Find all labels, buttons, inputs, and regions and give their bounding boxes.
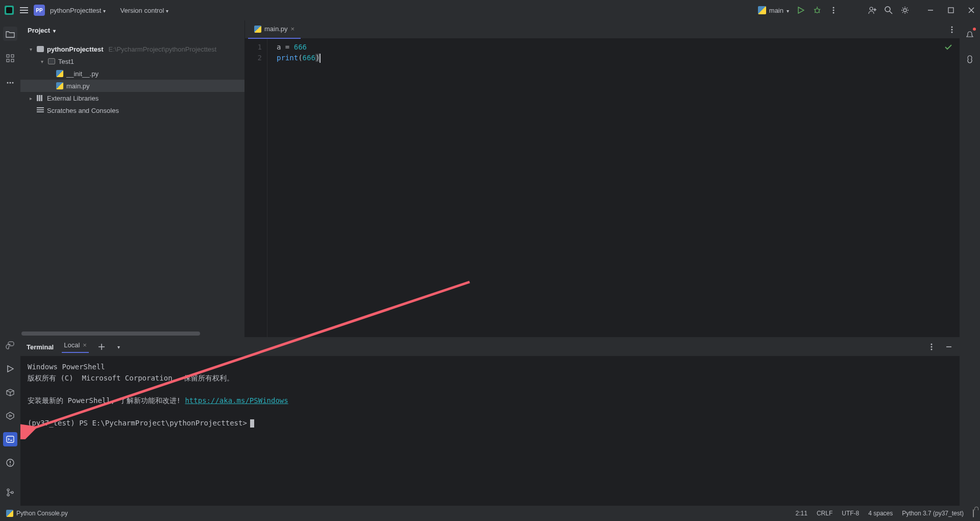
status-current-file[interactable]: Python Console.py <box>6 510 68 517</box>
editor-code[interactable]: a = 666 print(666) <box>267 39 960 337</box>
notifications-button[interactable] <box>963 28 977 42</box>
titlebar-left: PP pythonProjecttest Version control <box>4 5 168 16</box>
project-tree[interactable]: pythonProjecttest E:\PycharmProject\pyth… <box>20 40 244 330</box>
inspection-ok-icon[interactable] <box>944 43 952 51</box>
svg-point-12 <box>833 7 835 9</box>
tree-external-libs-row[interactable]: External Libraries <box>20 92 244 104</box>
terminal-prompt-line[interactable]: (py37_test) PS E:\PycharmProject\pythonP… <box>28 417 952 429</box>
lock-icon <box>973 509 974 517</box>
run-button[interactable] <box>796 6 805 15</box>
expand-toggle-icon[interactable] <box>28 96 34 101</box>
svg-marker-5 <box>798 7 804 13</box>
expand-toggle-icon[interactable] <box>39 59 45 64</box>
python-file-icon <box>254 26 261 33</box>
version-control-menu[interactable]: Version control <box>120 7 168 14</box>
tree-file-row-selected[interactable]: main.py <box>20 80 244 92</box>
folder-icon <box>37 45 44 53</box>
svg-line-9 <box>819 9 820 10</box>
search-icon[interactable] <box>884 6 893 15</box>
title-bar: PP pythonProjecttest Version control mai… <box>0 0 980 20</box>
chevron-down-icon <box>53 27 56 34</box>
svg-point-43 <box>951 29 953 30</box>
minimize-button[interactable] <box>926 6 935 15</box>
problems-tool-button[interactable] <box>3 456 17 470</box>
chevron-down-icon <box>166 7 168 14</box>
right-tool-ribbon <box>960 20 980 506</box>
terminal-tool-button[interactable] <box>3 432 17 446</box>
svg-line-11 <box>819 12 820 13</box>
status-line-separator[interactable]: CRLF <box>817 510 832 517</box>
editor-more-icon[interactable] <box>947 25 957 34</box>
svg-point-44 <box>951 31 953 33</box>
project-selector[interactable]: pythonProjecttest <box>50 7 106 14</box>
structure-tool-button[interactable] <box>3 51 17 65</box>
status-encoding[interactable]: UTF-8 <box>842 510 859 517</box>
svg-rect-22 <box>948 8 953 13</box>
editor-tabs: main.py × <box>245 20 960 39</box>
tree-external-libs-label: External Libraries <box>47 94 99 102</box>
svg-point-49 <box>931 349 933 350</box>
status-readonly-toggle[interactable] <box>973 510 974 517</box>
svg-point-18 <box>885 7 890 12</box>
directory-icon <box>48 58 55 65</box>
python-packages-button[interactable] <box>3 385 17 399</box>
status-file-label: Python Console.py <box>16 510 68 517</box>
tree-scratches-row[interactable]: Scratches and Consoles <box>20 104 244 116</box>
run-tool-button[interactable] <box>3 362 17 376</box>
more-actions-icon[interactable] <box>829 6 838 15</box>
run-configuration-selector[interactable]: main <box>758 6 789 14</box>
window-controls <box>926 6 976 15</box>
python-file-icon <box>6 510 13 517</box>
project-horiz-scrollbar[interactable] <box>20 330 244 337</box>
vcs-tool-button[interactable] <box>3 485 17 500</box>
debug-button[interactable] <box>813 6 822 15</box>
scrollbar-thumb[interactable] <box>21 331 200 336</box>
terminal-link[interactable]: https://aka.ms/PSWindows <box>185 396 288 405</box>
vcs-label: Version control <box>120 7 164 14</box>
svg-point-38 <box>10 464 11 465</box>
terminal-tab-local[interactable]: Local × <box>62 341 89 353</box>
services-tool-button[interactable] <box>3 409 17 423</box>
status-indent[interactable]: 4 spaces <box>868 510 893 517</box>
python-console-button[interactable] <box>3 338 17 352</box>
terminal-options-icon[interactable] <box>927 342 936 351</box>
tree-file-label: main.py <box>66 82 90 90</box>
new-terminal-button[interactable] <box>97 342 106 351</box>
terminal-tool-window: Terminal Local × Windows PowerShell 版权所有… <box>20 337 960 506</box>
tree-root-row[interactable]: pythonProjecttest E:\PycharmProject\pyth… <box>20 43 244 55</box>
editor-caret <box>320 54 321 63</box>
expand-toggle-icon[interactable] <box>28 46 34 52</box>
more-tools-button[interactable] <box>3 76 17 90</box>
code-line-2[interactable]: print(666) <box>277 53 960 63</box>
project-tool-button[interactable] <box>3 27 17 41</box>
editor-tab-label: main.py <box>264 25 288 33</box>
hide-terminal-button[interactable] <box>944 342 953 351</box>
editor-gutter: 1 2 <box>245 39 267 337</box>
settings-icon[interactable] <box>900 6 910 15</box>
editor-tab-main[interactable]: main.py × <box>248 20 301 39</box>
maximize-button[interactable] <box>946 6 955 15</box>
tree-file-label: __init__.py <box>66 70 99 78</box>
tree-file-row[interactable]: __init__.py <box>20 67 244 80</box>
status-interpreter[interactable]: Python 3.7 (py37_test) <box>902 510 964 517</box>
close-tab-icon[interactable]: × <box>83 341 87 349</box>
tree-folder-row[interactable]: Test1 <box>20 55 244 67</box>
close-tab-icon[interactable]: × <box>291 25 295 33</box>
svg-rect-27 <box>7 59 9 62</box>
svg-point-13 <box>833 10 835 11</box>
svg-rect-1 <box>6 7 12 13</box>
terminal-dropdown-icon[interactable] <box>114 342 124 351</box>
code-line-1[interactable]: a = 666 <box>277 42 960 53</box>
svg-rect-26 <box>11 55 14 57</box>
status-caret-position[interactable]: 2:11 <box>796 510 807 517</box>
terminal-body[interactable]: Windows PowerShell 版权所有 (C) Microsoft Co… <box>20 356 960 506</box>
code-with-me-icon[interactable] <box>868 6 877 15</box>
svg-point-42 <box>951 26 953 28</box>
editor-body[interactable]: 1 2 a = 666 print(666) <box>245 39 960 337</box>
ai-assistant-button[interactable] <box>963 52 977 66</box>
main-menu-icon[interactable] <box>19 6 29 15</box>
project-pane-header[interactable]: Project <box>20 20 244 40</box>
project-tool-window: Project pythonProjecttest E:\PycharmProj… <box>20 20 245 337</box>
close-button[interactable] <box>967 6 976 15</box>
svg-point-30 <box>10 82 11 84</box>
